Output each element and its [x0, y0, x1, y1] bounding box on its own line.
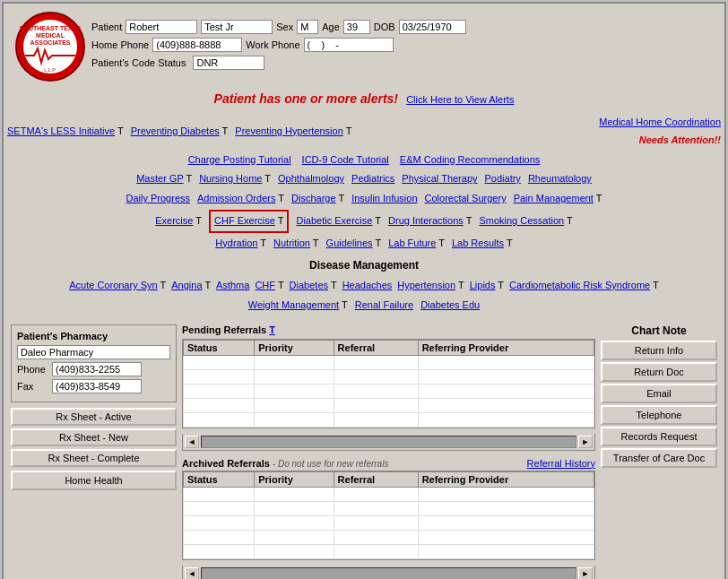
svg-text:SOUTHEAST TEXAS: SOUTHEAST TEXAS	[20, 25, 82, 31]
nav-diabetic-exercise[interactable]: Diabetic Exercise T	[296, 212, 381, 230]
right-panel: Chart Note Return Info Return Doc Email …	[601, 324, 717, 579]
email-button[interactable]: Email	[601, 384, 717, 403]
nav-lipids[interactable]: Lipids T	[470, 277, 504, 295]
nav-rheumatology[interactable]: Rheumatology	[528, 170, 592, 188]
nav-podiatry[interactable]: Podiatry	[485, 170, 521, 188]
pending-col-priority: Priority	[255, 340, 334, 355]
rx-sheet-active-button[interactable]: Rx Sheet - Active	[11, 408, 177, 426]
pharmacy-phone-field[interactable]	[52, 362, 142, 376]
pending-referrals-table-container: Status Priority Referral Referring Provi…	[182, 339, 595, 428]
nav-lab-results[interactable]: Lab Results T	[452, 235, 513, 253]
archived-scroll-right[interactable]: ►	[578, 567, 593, 579]
code-status-field[interactable]	[193, 56, 264, 70]
age-field[interactable]	[343, 20, 370, 34]
nav-em-coding[interactable]: E&M Coding Recommendations	[400, 151, 541, 169]
table-row	[184, 355, 594, 369]
needs-attention: Needs Attention!!	[639, 134, 721, 145]
archived-col-status: Status	[184, 471, 255, 487]
nav-chf-exercise[interactable]: CHF Exercise T	[209, 210, 289, 233]
archived-scroll-track[interactable]	[201, 567, 576, 579]
nav-exercise[interactable]: Exercise T	[155, 212, 202, 230]
pharmacy-title: Patient's Pharmacy	[17, 331, 170, 341]
pending-scroll-track[interactable]	[201, 436, 576, 448]
return-info-button[interactable]: Return Info	[601, 341, 717, 360]
nav-weight-management[interactable]: Weight Management T	[248, 297, 348, 315]
nav-diabetes[interactable]: Diabetes T	[290, 277, 337, 295]
code-status-label: Patient's Code Status	[91, 57, 186, 68]
table-row	[184, 412, 594, 427]
pharmacy-name-field[interactable]	[17, 345, 170, 359]
patient-last-name[interactable]	[201, 20, 273, 34]
nav-medical-home[interactable]: Medical Home Coordination	[599, 117, 721, 127]
return-doc-button[interactable]: Return Doc	[601, 362, 717, 382]
nav-guidelines[interactable]: Guidelines T	[326, 235, 382, 253]
records-request-button[interactable]: Records Request	[601, 427, 717, 446]
archived-col-referral: Referral	[334, 471, 418, 487]
patient-info-panel: Patient Sex Age DOB Home Phone Work Phon…	[91, 20, 714, 73]
archived-col-provider: Referring Provider	[418, 471, 594, 487]
dob-field[interactable]	[399, 20, 466, 34]
chart-note-buttons: Return Info Return Doc Email Telephone R…	[601, 341, 717, 468]
pending-col-referral: Referral	[334, 340, 418, 355]
transfer-of-care-doc-button[interactable]: Transfer of Care Doc	[601, 448, 717, 468]
nav-master-gp[interactable]: Master GP T	[136, 170, 192, 188]
home-phone-label: Home Phone	[91, 39, 149, 50]
nav-preventing-diabetes[interactable]: Preventing Diabetes T	[131, 123, 229, 141]
nav-daily-progress[interactable]: Daily Progress	[126, 190, 190, 208]
alert-text: Patient has one or more alerts!	[214, 91, 398, 106]
nav-headaches[interactable]: Headaches	[342, 277, 393, 295]
nav-drug-interactions[interactable]: Drug Interactions T	[388, 212, 472, 230]
nav-charge-posting[interactable]: Charge Posting Tutorial	[188, 151, 291, 169]
left-panel: Patient's Pharmacy Phone Fax Rx Sheet - …	[11, 324, 177, 579]
home-phone-field[interactable]	[152, 38, 242, 52]
alert-link[interactable]: Click Here to View Alerts	[406, 94, 514, 105]
nav-angina[interactable]: Angina T	[171, 277, 211, 295]
nav-pain-management[interactable]: Pain Management T	[514, 190, 602, 208]
nav-colorectal-surgery[interactable]: Colorectal Surgery	[425, 190, 507, 208]
table-row	[184, 544, 594, 558]
nav-icd9[interactable]: ICD-9 Code Tutorial	[302, 151, 389, 169]
nav-chf[interactable]: CHF T	[255, 277, 283, 295]
archived-header: Archived Referrals - Do not use for new …	[182, 458, 595, 469]
archived-referrals-table: Status Priority Referral Referring Provi…	[183, 471, 594, 559]
phone-label: Phone	[17, 364, 48, 375]
nav-ophthalmology[interactable]: Ophthalmology	[278, 170, 344, 188]
nav-physical-therapy[interactable]: Physical Therapy	[402, 170, 477, 188]
rx-sheet-new-button[interactable]: Rx Sheet - New	[11, 428, 177, 446]
nav-links: SETMA's LESS Initiative T Preventing Dia…	[7, 111, 721, 321]
nav-less-initiative[interactable]: SETMA's LESS Initiative T	[7, 123, 124, 141]
archived-scroll-left[interactable]: ◄	[185, 567, 199, 579]
home-health-button[interactable]: Home Health	[11, 471, 177, 490]
nav-acute-coronary[interactable]: Acute Coronary Syn T	[69, 277, 166, 295]
pharmacy-fax-field[interactable]	[52, 379, 142, 393]
sex-field[interactable]	[297, 20, 318, 34]
pending-scroll-right[interactable]: ►	[578, 436, 593, 448]
nav-smoking-cessation[interactable]: Smoking Cessation T	[479, 212, 572, 230]
referral-history-link[interactable]: Referral History	[527, 458, 595, 469]
work-phone-label: Work Phone	[246, 39, 299, 50]
nav-hydration[interactable]: Hydration T	[215, 235, 266, 253]
telephone-button[interactable]: Telephone	[601, 405, 717, 425]
nav-discharge[interactable]: Discharge T	[291, 190, 344, 208]
nav-lab-future[interactable]: Lab Future T	[388, 235, 445, 253]
nav-hypertension[interactable]: Hypertension T	[397, 277, 464, 295]
archived-title: Archived Referrals	[182, 458, 270, 469]
table-row	[184, 530, 594, 544]
nav-nursing-home[interactable]: Nursing Home T	[199, 170, 271, 188]
pending-referrals-t[interactable]: T	[269, 324, 275, 335]
pending-referrals-title: Pending Referrals T	[182, 324, 595, 335]
age-label: Age	[322, 22, 340, 32]
nav-admission-orders[interactable]: Admission Orders T	[197, 190, 284, 208]
pending-scroll-left[interactable]: ◄	[185, 436, 199, 448]
nav-nutrition[interactable]: Nutrition T	[273, 235, 319, 253]
nav-preventing-hypertension[interactable]: Preventing Hypertension T	[235, 123, 351, 141]
nav-insulin-infusion[interactable]: Insulin Infusion	[351, 190, 417, 208]
nav-pediatrics[interactable]: Pediatrics	[351, 170, 394, 188]
patient-first-name[interactable]	[126, 20, 197, 34]
nav-renal-failure[interactable]: Renal Failure	[355, 297, 413, 315]
nav-asthma[interactable]: Asthma	[216, 277, 249, 295]
rx-sheet-complete-button[interactable]: Rx Sheet - Complete	[11, 449, 177, 467]
nav-diabetes-edu[interactable]: Diabetes Edu	[420, 297, 480, 315]
work-phone-field[interactable]	[304, 38, 394, 52]
nav-cardiometabolic[interactable]: Cardiometabolic Risk Syndrome T	[509, 277, 659, 295]
